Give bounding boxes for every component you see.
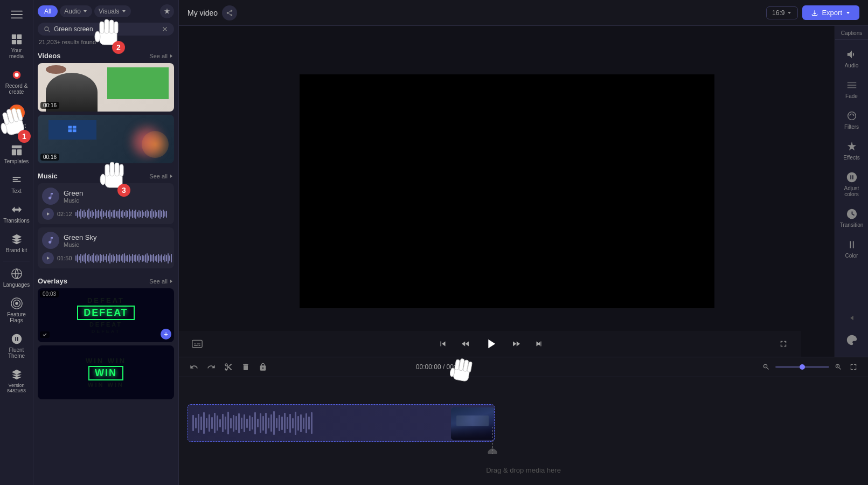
music-play-1[interactable] (42, 208, 54, 220)
music-icon-1 (42, 188, 59, 205)
undo-btn[interactable] (188, 361, 200, 373)
video-item-1[interactable]: 00:16 (38, 63, 174, 112)
sidebar-item-feature-flags[interactable]: FeatureFlags (2, 293, 31, 328)
defeat-text: DEFEAT (77, 306, 135, 320)
sidebar-item-transitions[interactable]: Transitions (2, 199, 31, 228)
sidebar-label-brand-kit: Brand kit (6, 247, 27, 253)
sidebar-menu-toggle[interactable] (2, 4, 31, 25)
zoom-out-btn[interactable] (760, 361, 772, 373)
right-icon-filters[interactable]: Filters (837, 106, 866, 134)
tab-audio[interactable]: Audio (60, 5, 92, 17)
music-title-1: Green (64, 189, 170, 197)
track-block-main[interactable] (188, 404, 495, 442)
timeline-drag-handle[interactable] (486, 427, 499, 455)
video-item-2[interactable]: 00:16 (38, 115, 174, 163)
drag-drop-label: Drag & drop media here (486, 466, 561, 474)
overlay-duration-1: 00:03 (40, 290, 59, 297)
overlays-section-header: Overlays See all (38, 273, 174, 288)
svg-rect-1 (11, 14, 23, 15)
sidebar-item-text[interactable]: Text (2, 170, 31, 198)
zoom-controls (760, 361, 859, 373)
video-title-share-btn[interactable] (222, 5, 237, 20)
magic-search-btn[interactable] (160, 4, 174, 18)
aspect-ratio-btn[interactable]: 16:9 (766, 6, 798, 19)
right-icon-fade[interactable]: Fade (837, 75, 866, 103)
search-panel: All Audio Visuals 21,203+ results found … (33, 0, 179, 485)
main-area: My video 16:9 Export (179, 0, 868, 485)
collapse-right-panel-btn[interactable] (844, 310, 860, 328)
video-title-area: My video (188, 5, 237, 20)
preview-section: Captions Audio Fade Filters Effects Adju… (179, 26, 868, 357)
fullscreen-btn[interactable] (776, 337, 790, 351)
timeline-area: Drag & drop media here (179, 377, 868, 485)
tab-visuals[interactable]: Visuals (94, 5, 130, 17)
sidebar-item-templates[interactable]: Templates (2, 140, 31, 169)
music-title-2: Green Sky (64, 233, 170, 241)
videos-see-all[interactable]: See all (149, 53, 174, 59)
sidebar-item-languages[interactable]: Languages (2, 264, 31, 292)
svg-rect-16 (68, 126, 72, 129)
rewind-btn[interactable] (459, 337, 473, 351)
overlay-add-btn-1[interactable]: + (161, 329, 171, 340)
sidebar-item-version[interactable]: Version8482a53 (2, 364, 31, 398)
videos-title: Videos (38, 52, 60, 60)
cut-btn[interactable] (222, 361, 235, 373)
music-time-1: 02:12 (57, 211, 72, 217)
tab-all[interactable]: All (38, 5, 58, 17)
svg-rect-17 (73, 126, 77, 129)
waveform-2 (75, 253, 172, 264)
skip-forward-btn[interactable] (532, 337, 546, 351)
right-icon-transition[interactable]: Color (837, 234, 866, 263)
right-icon-audio[interactable]: Audio (837, 44, 866, 73)
video-duration-2: 00:16 (40, 154, 59, 161)
music-icon-2 (42, 232, 59, 249)
redo-btn[interactable] (205, 361, 218, 373)
win-text: WIN (88, 366, 123, 380)
panel-scroll: Videos See all 00:16 (33, 47, 178, 485)
sidebar-item-record-create[interactable]: Record &create (2, 65, 31, 99)
right-icon-effects[interactable]: Effects (837, 136, 866, 165)
play-pause-btn[interactable] (481, 334, 501, 354)
lock-btn[interactable] (256, 361, 269, 373)
search-bar (38, 23, 174, 36)
right-icon-color[interactable] (837, 330, 866, 352)
search-input[interactable] (54, 25, 158, 33)
right-label-filters: Filters (844, 124, 859, 130)
sidebar-item-content-library[interactable]: Contentlibrary (2, 100, 31, 139)
music-see-all[interactable]: See all (149, 173, 174, 179)
sidebar-label-text: Text (11, 188, 21, 194)
music-subtitle-2: Music (64, 241, 170, 248)
svg-point-8 (15, 73, 18, 77)
right-icon-speed[interactable]: Transition (837, 204, 866, 232)
timeline-track (179, 404, 868, 447)
delete-btn[interactable] (239, 361, 252, 373)
sidebar-item-brand-kit[interactable]: Brand kit (2, 229, 31, 258)
captions-toggle-btn[interactable] (190, 337, 205, 350)
zoom-slider[interactable] (775, 366, 829, 368)
clear-search-icon[interactable] (161, 25, 169, 33)
header-right: 16:9 Export (766, 5, 859, 20)
sidebar-item-fluent-theme[interactable]: FluentTheme (2, 329, 31, 363)
overlay-item-2[interactable]: WIN WIN WIN WIN WIN (38, 345, 174, 399)
skip-back-btn[interactable] (436, 337, 450, 351)
music-play-2[interactable] (42, 252, 54, 264)
sidebar-label-transitions: Transitions (3, 218, 30, 224)
overlays-see-all[interactable]: See all (149, 278, 174, 285)
right-icon-adjust-colors[interactable]: Adjustcolors (837, 167, 866, 202)
music-item-2: Green Sky Music 01:50 (38, 227, 174, 268)
overlay-item-1[interactable]: DEFEAT DEFEAT DEFEAT DEFEAT 00:03 + (38, 288, 174, 342)
forward-btn[interactable] (509, 337, 523, 351)
svg-rect-4 (17, 34, 21, 39)
video-canvas (300, 74, 714, 308)
right-panel: Captions Audio Fade Filters Effects Adju… (835, 26, 868, 357)
sidebar-label-version: Version8482a53 (7, 383, 26, 393)
svg-rect-2 (11, 18, 23, 19)
sidebar-label-fluent-theme: FluentTheme (8, 347, 25, 359)
zoom-in-btn[interactable] (832, 361, 844, 373)
sidebar-label-templates: Templates (4, 158, 29, 164)
right-label-adjust-colors: Adjustcolors (844, 185, 859, 197)
sidebar-item-your-media[interactable]: Your media (2, 29, 31, 64)
export-button[interactable]: Export (802, 5, 859, 20)
search-icon (43, 25, 51, 33)
expand-timeline-btn[interactable] (848, 361, 859, 373)
